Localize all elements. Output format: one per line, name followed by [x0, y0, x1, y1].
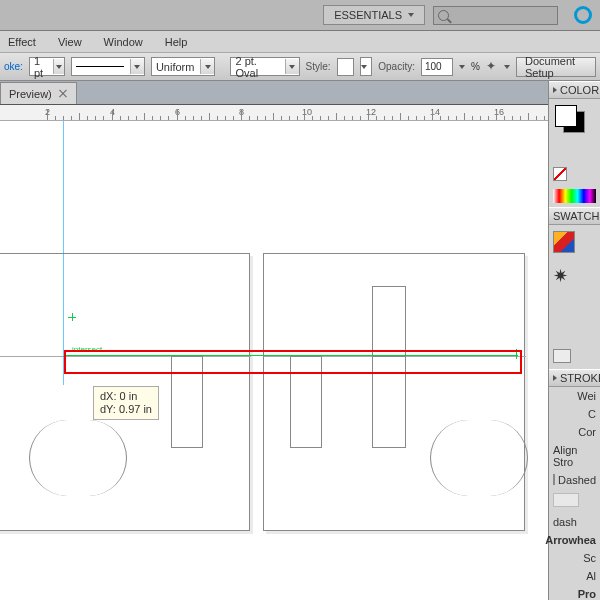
align-label: Al [586, 570, 596, 582]
percent-label: % [471, 61, 480, 72]
profile-name-dropdown[interactable]: Uniform [151, 57, 216, 76]
stroke-panel-header[interactable]: STROKE [549, 369, 600, 387]
line-preview-icon [76, 66, 124, 67]
tooltip-dx: dX: 0 in [100, 390, 152, 403]
panel-dock: COLOR SWATCH STROKE Wei C Cor Align Stro… [548, 81, 600, 600]
close-icon[interactable] [58, 89, 68, 99]
fill-stroke-swatch[interactable] [555, 105, 585, 133]
stroke-corner-label: Cor [578, 426, 596, 438]
opacity-label[interactable]: Opacity: [378, 61, 415, 72]
color-spectrum[interactable] [553, 189, 596, 203]
menu-help[interactable]: Help [165, 36, 188, 48]
stroke-profile-dropdown[interactable] [71, 57, 145, 76]
search-input[interactable] [433, 6, 558, 25]
swatch-options-icon[interactable] [553, 349, 571, 363]
workspace-label: ESSENTIALS [334, 9, 402, 21]
vertical-guide[interactable] [63, 121, 64, 385]
menu-view[interactable]: View [58, 36, 82, 48]
canvas[interactable]: intersect dX: 0 in dY: 0.97 in [0, 121, 548, 600]
shape-rect-top [372, 286, 406, 356]
expand-icon [553, 87, 557, 93]
none-color-icon[interactable] [553, 167, 567, 181]
opacity-stepper[interactable] [459, 65, 465, 69]
search-icon [438, 10, 449, 21]
scale-label: Sc [583, 552, 596, 564]
style-label: Style: [306, 61, 331, 72]
dashed-checkbox[interactable] [553, 474, 555, 485]
style-dropdown[interactable] [360, 57, 373, 76]
swatch-thumb-icon[interactable] [553, 231, 575, 253]
dash-field[interactable] [553, 493, 579, 507]
document-setup-button[interactable]: Document Setup [516, 57, 596, 77]
brush-dropdown[interactable]: 2 pt. Oval [230, 57, 299, 76]
guide-origin-icon [68, 313, 78, 323]
tooltip-dy: dY: 0.97 in [100, 403, 152, 416]
stepper-icon [53, 59, 64, 74]
menu-window[interactable]: Window [104, 36, 143, 48]
dash-label: dash [553, 516, 577, 528]
opacity-input[interactable] [421, 58, 453, 76]
tab-title: Preview) [9, 88, 52, 100]
artboard-2 [263, 253, 525, 531]
arrowheads-label: Arrowhea [545, 534, 596, 546]
title-bar: ESSENTIALS [0, 0, 600, 31]
color-panel-header[interactable]: COLOR [549, 81, 600, 99]
style-swatch[interactable] [337, 58, 354, 76]
stroke-align-label: Align Stro [553, 444, 596, 468]
horizontal-ruler[interactable]: 24681012141618 [0, 105, 600, 121]
brush-thumb-icon[interactable] [553, 267, 575, 289]
annotation-highlight [64, 350, 522, 374]
chevron-down-icon [408, 13, 414, 17]
menu-bar: Effect View Window Help [0, 31, 600, 53]
document-tab-bar: Preview) [0, 81, 600, 105]
workspace-switcher[interactable]: ESSENTIALS [323, 5, 425, 25]
stroke-weight-input[interactable]: 1 pt [29, 57, 65, 76]
cloud-icon[interactable] [574, 6, 592, 24]
swatches-panel-header[interactable]: SWATCH [549, 207, 600, 225]
control-bar: oke: 1 pt Uniform 2 pt. Oval Style: Opac… [0, 53, 600, 81]
recolor-menu[interactable] [504, 65, 510, 69]
document-tab[interactable]: Preview) [0, 82, 77, 104]
profile-label: Pro [578, 588, 596, 600]
fill-color[interactable] [555, 105, 577, 127]
recolor-icon[interactable] [486, 59, 498, 75]
measurement-tooltip: dX: 0 in dY: 0.97 in [93, 386, 159, 420]
dashed-label: Dashed [558, 474, 596, 486]
stroke-label[interactable]: oke: [4, 61, 23, 72]
stroke-cap-label: C [588, 408, 596, 420]
menu-effect[interactable]: Effect [8, 36, 36, 48]
stroke-weight-label: Wei [577, 390, 596, 402]
expand-icon [553, 375, 557, 381]
